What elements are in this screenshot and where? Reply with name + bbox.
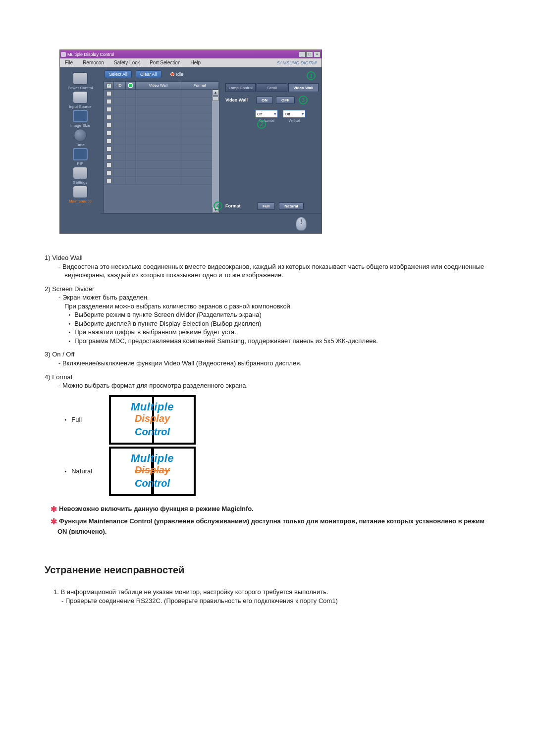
idle-dot-icon [170, 72, 174, 76]
callout-2: 2 [257, 120, 266, 129]
table-row[interactable] [104, 153, 219, 161]
app-window: Multiple Display Control _ □ × File Remo… [59, 50, 322, 234]
video-wall-off-button[interactable]: OFF [276, 97, 295, 104]
format-full-button[interactable]: Full [257, 202, 275, 210]
scroll-thumb[interactable] [213, 97, 218, 101]
item-format: 4) Format Можно выбрать формат для просм… [45, 373, 495, 390]
table-row[interactable] [104, 105, 219, 113]
item-on-off: 3) On / Off Включение/выключение функции… [45, 350, 495, 367]
video-wall-on-button[interactable]: ON [256, 97, 273, 104]
header-checkbox[interactable]: ✓ [107, 83, 111, 88]
vertical-select[interactable]: Off [283, 110, 306, 118]
troubleshoot-item-1: 1. В информационой таблице не указан мон… [54, 588, 495, 605]
select-all-button[interactable]: Select All [105, 70, 132, 78]
format-diagrams: Full Multiple Display Control Natural Mu… [64, 395, 495, 496]
settings-icon [73, 167, 88, 179]
horizontal-select[interactable]: Off [255, 110, 278, 118]
brand-label: SAMSUNG DIGITall [272, 60, 321, 65]
table-row[interactable] [104, 90, 219, 98]
app-icon [61, 52, 66, 57]
table-row[interactable] [104, 137, 219, 145]
star-icon: ✱ [51, 517, 59, 526]
bullet: Программа MDC, предоставляемая компанией… [68, 337, 495, 346]
info-icon [296, 217, 307, 231]
sidebar-maintenance[interactable]: Maintenance [63, 186, 98, 203]
bullet: Выберите дисплей в пункте Display Select… [68, 319, 495, 328]
format-label: Format [225, 203, 253, 208]
titlebar: Multiple Display Control _ □ × [60, 50, 321, 58]
menu-remocon[interactable]: Remocon [78, 60, 109, 65]
right-panel: Lamp Control Scroll Video Wall 1 Video W… [222, 81, 321, 213]
bullet: Выберите режим в пункте Screen divider (… [68, 310, 495, 319]
table-row[interactable] [104, 169, 219, 177]
table-row[interactable] [104, 98, 219, 105]
menubar: File Remocon Safety Lock Port Selection … [60, 58, 321, 67]
power-icon [73, 72, 88, 85]
idle-indicator: Idle [170, 72, 184, 77]
table-scrollbar[interactable]: ▲ ▼ [212, 90, 219, 213]
input-icon [73, 91, 88, 103]
format-full-diagram: Multiple Display Control [109, 395, 196, 445]
table-row[interactable] [104, 129, 219, 137]
format-natural-button[interactable]: Natural [279, 202, 304, 210]
col-video-wall: Video Wall [136, 82, 181, 89]
tab-scroll[interactable]: Scroll [257, 83, 287, 92]
menu-file[interactable]: File [60, 60, 78, 65]
close-button[interactable]: × [314, 51, 321, 57]
status-bar [101, 213, 321, 233]
menu-help[interactable]: Help [185, 60, 206, 65]
sidebar-time[interactable]: Time [63, 129, 98, 147]
table-body: ▲ ▼ [104, 90, 219, 213]
sidebar: Power Control Input Source Image Size Ti… [60, 67, 101, 233]
menu-safety-lock[interactable]: Safety Lock [109, 60, 145, 65]
table-row[interactable] [104, 113, 219, 121]
format-full-label: Full [71, 415, 82, 424]
maintenance-icon [73, 186, 88, 198]
star-icon: ✱ [51, 505, 59, 513]
sidebar-image-size[interactable]: Image Size [63, 110, 98, 128]
vertical-label: Vertical [289, 119, 300, 122]
item-1-desc: Видеостена это несколько соединенных вме… [58, 262, 495, 280]
item-screen-divider: 2) Screen Divider Экран может быть разде… [45, 285, 495, 346]
maximize-button[interactable]: □ [306, 51, 313, 57]
sidebar-input-source[interactable]: Input Source [63, 91, 98, 109]
col-id: ID [114, 82, 126, 89]
time-icon [74, 129, 87, 142]
toolbar: Select All Clear All Idle [101, 67, 321, 81]
note-2: ✱Функция Maintenance Control (управление… [51, 516, 495, 536]
table-row[interactable] [104, 145, 219, 153]
table-row[interactable] [104, 177, 219, 185]
tab-lamp-control[interactable]: Lamp Control [225, 83, 256, 92]
pip-icon [73, 148, 88, 160]
troubleshoot-heading: Устранение неисправностей [45, 563, 495, 577]
format-natural-label: Natural [71, 467, 92, 476]
sidebar-pip[interactable]: PIP [63, 148, 98, 166]
callout-1: 1 [307, 71, 316, 80]
tab-video-wall[interactable]: Video Wall [288, 83, 319, 92]
table-row[interactable] [104, 161, 219, 169]
video-wall-label: Video Wall [225, 98, 253, 102]
scroll-up-icon[interactable]: ▲ [213, 90, 218, 96]
image-size-icon [73, 110, 88, 122]
callout-4: 4 [214, 202, 222, 210]
status-icon [128, 83, 133, 88]
clear-all-button[interactable]: Clear All [136, 70, 161, 78]
table-row[interactable] [104, 121, 219, 129]
format-natural-diagram: Multiple Display Control [109, 447, 196, 496]
callout-3: 3 [299, 96, 308, 104]
item-video-wall: 1) Video Wall Видеостена это несколько с… [45, 253, 495, 280]
col-format: Format [181, 82, 219, 89]
note-1: ✱Невозможно включить данную функция в ре… [51, 504, 495, 515]
sidebar-settings[interactable]: Settings [63, 167, 98, 185]
sidebar-power-control[interactable]: Power Control [63, 72, 98, 90]
minimize-button[interactable]: _ [299, 51, 306, 57]
bullet: При нажатии цифры в выбранном режиме буд… [68, 328, 495, 337]
menu-port-selection[interactable]: Port Selection [145, 60, 185, 65]
window-title: Multiple Display Control [67, 52, 114, 57]
display-table: ✓ ID Video Wall Format [104, 81, 219, 213]
document-body: 1) Video Wall Видеостена это несколько с… [45, 253, 495, 605]
